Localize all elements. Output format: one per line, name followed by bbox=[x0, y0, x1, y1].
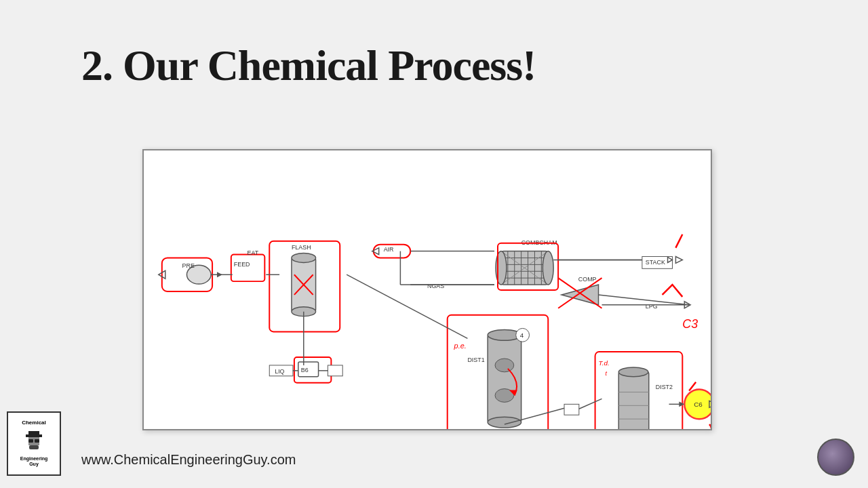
svg-text:4: 4 bbox=[520, 331, 524, 339]
svg-rect-61 bbox=[488, 335, 521, 422]
svg-point-12 bbox=[292, 253, 316, 263]
svg-point-38 bbox=[542, 251, 553, 285]
svg-text:NGAS: NGAS bbox=[427, 283, 444, 289]
logo-icon bbox=[20, 428, 47, 455]
svg-text:LIQ: LIQ bbox=[275, 368, 284, 375]
svg-text:EAT: EAT bbox=[248, 249, 259, 256]
svg-text:T.d.: T.d. bbox=[599, 359, 610, 367]
svg-rect-118 bbox=[29, 445, 39, 449]
svg-text:B6: B6 bbox=[301, 367, 309, 373]
svg-text:STACK: STACK bbox=[646, 259, 665, 266]
svg-rect-114 bbox=[28, 431, 39, 436]
logo-text-top: Chemical bbox=[22, 420, 46, 426]
svg-rect-22 bbox=[328, 365, 342, 376]
svg-rect-69 bbox=[564, 404, 579, 415]
svg-text:C3: C3 bbox=[682, 317, 698, 331]
svg-text:DIST1: DIST1 bbox=[467, 357, 484, 363]
svg-text:LPG: LPG bbox=[646, 303, 658, 310]
svg-text:p.e.: p.e. bbox=[454, 342, 467, 350]
svg-rect-72 bbox=[618, 372, 649, 429]
svg-text:AIR: AIR bbox=[384, 246, 394, 253]
svg-text:DIST2: DIST2 bbox=[656, 384, 673, 390]
svg-text:FLASH: FLASH bbox=[292, 244, 311, 251]
avatar-circle bbox=[817, 439, 854, 476]
svg-text:COMBCHAM: COMBCHAM bbox=[521, 239, 557, 246]
svg-text:PRE: PRE bbox=[182, 262, 195, 269]
svg-rect-117 bbox=[35, 439, 39, 443]
logo-text-bottom: EngineeringGuy bbox=[20, 456, 47, 468]
svg-text:C6: C6 bbox=[694, 401, 703, 408]
svg-point-64 bbox=[495, 359, 514, 372]
logo-box: Chemical EngineeringGuy bbox=[7, 411, 61, 476]
page-title: 2. Our Chemical Process! bbox=[81, 41, 536, 91]
website-url: www.ChemicalEngineeringGuy.com bbox=[81, 452, 296, 468]
svg-rect-116 bbox=[28, 439, 33, 443]
svg-point-63 bbox=[488, 417, 521, 428]
svg-point-73 bbox=[618, 367, 648, 377]
svg-text:COMP: COMP bbox=[578, 276, 597, 283]
process-diagram: PRE FEED EAT FLASH LIQ bbox=[142, 149, 712, 430]
feed-label: FEED bbox=[234, 261, 250, 268]
